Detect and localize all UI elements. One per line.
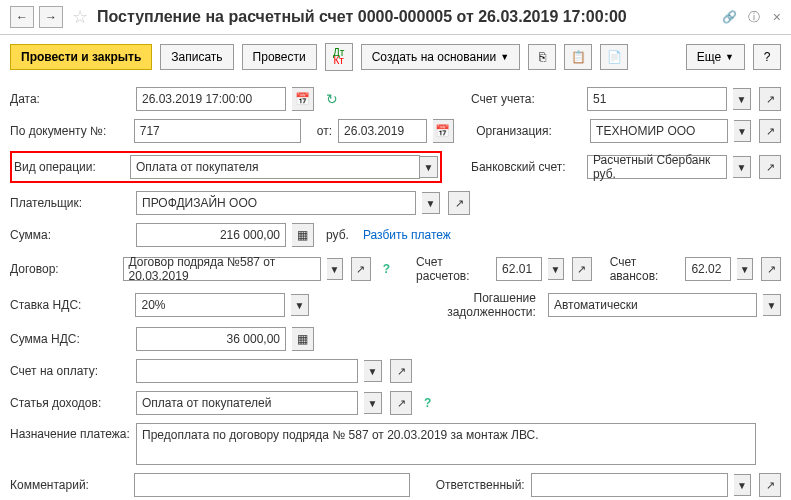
vatsum-input[interactable]: 36 000,00 [136,327,286,351]
split-payment-link[interactable]: Разбить платеж [363,228,451,242]
settle-label: Счет расчетов: [416,255,490,283]
responsible-dropdown[interactable]: ▼ [734,474,752,496]
link-icon[interactable]: 🔗 [722,10,737,24]
debtrepay-input[interactable]: Автоматически [548,293,757,317]
settle-open[interactable]: ↗ [572,257,592,281]
payer-open[interactable]: ↗ [448,191,470,215]
tool2-button[interactable]: 📋 [564,44,592,70]
vatsum-label: Сумма НДС: [10,332,130,346]
responsible-input[interactable] [531,473,728,497]
back-button[interactable]: ← [10,6,34,28]
org-input[interactable]: ТЕХНОМИР ООО [590,119,728,143]
page-title: Поступление на расчетный счет 0000-00000… [97,8,714,26]
account-open[interactable]: ↗ [759,87,781,111]
org-open[interactable]: ↗ [759,119,781,143]
tool1-button[interactable]: ⎘ [528,44,556,70]
calendar-icon[interactable]: 📅 [292,87,314,111]
optype-dropdown[interactable]: ▼ [420,156,438,178]
vatrate-input[interactable]: 20% [135,293,284,317]
payer-dropdown[interactable]: ▼ [422,192,440,214]
sum-label: Сумма: [10,228,130,242]
org-label: Организация: [476,124,584,138]
purpose-input[interactable]: Предоплата по договору подряда № 587 от … [136,423,756,465]
sum-input[interactable]: 216 000,00 [136,223,286,247]
optype-label: Вид операции: [14,160,130,174]
forward-button[interactable]: → [39,6,63,28]
responsible-open[interactable]: ↗ [759,473,781,497]
vatsum-calc-icon[interactable]: ▦ [292,327,314,351]
dtkt-button[interactable]: ДтКт [325,43,353,71]
income-help[interactable]: ? [424,396,431,410]
purpose-label: Назначение платежа: [10,423,130,441]
sum-calc-icon[interactable]: ▦ [292,223,314,247]
responsible-label: Ответственный: [436,478,525,492]
income-open[interactable]: ↗ [390,391,412,415]
debtrepay-label: Погашение задолженности: [436,291,536,319]
date-label: Дата: [10,92,130,106]
comment-label: Комментарий: [10,478,128,492]
docdate-input[interactable]: 26.03.2019 [338,119,427,143]
advance-label: Счет авансов: [610,255,680,283]
contract-help[interactable]: ? [383,262,390,276]
reload-icon[interactable]: ↻ [326,91,338,107]
docno-label: По документу №: [10,124,128,138]
vatrate-dropdown[interactable]: ▼ [291,294,309,316]
create-based-button[interactable]: Создать на основании ▼ [361,44,520,70]
settle-dropdown[interactable]: ▼ [548,258,564,280]
bankacct-label: Банковский счет: [471,160,581,174]
tool3-button[interactable]: 📄 [600,44,628,70]
bankacct-dropdown[interactable]: ▼ [733,156,751,178]
advance-dropdown[interactable]: ▼ [737,258,753,280]
more-button[interactable]: Еще ▼ [686,44,745,70]
comment-input[interactable] [134,473,410,497]
bankacct-input[interactable]: Расчетный Сбербанк руб. [587,155,727,179]
submit-close-button[interactable]: Провести и закрыть [10,44,152,70]
docno-input[interactable]: 717 [134,119,301,143]
invoice-open[interactable]: ↗ [390,359,412,383]
submit-button[interactable]: Провести [242,44,317,70]
settle-input[interactable]: 62.01 [496,257,542,281]
contract-open[interactable]: ↗ [351,257,371,281]
close-icon[interactable]: × [773,9,781,25]
account-dropdown[interactable]: ▼ [733,88,751,110]
star-icon[interactable]: ☆ [72,6,88,28]
contract-input[interactable]: Договор подряда №587 от 20.03.2019 [123,257,321,281]
date-input[interactable]: 26.03.2019 17:00:00 [136,87,286,111]
contract-label: Договор: [10,262,117,276]
from-label: от: [317,124,332,138]
income-input[interactable]: Оплата от покупателей [136,391,358,415]
bankacct-open[interactable]: ↗ [759,155,781,179]
income-dropdown[interactable]: ▼ [364,392,382,414]
debtrepay-dropdown[interactable]: ▼ [763,294,781,316]
optype-input[interactable]: Оплата от покупателя [130,155,420,179]
account-label: Счет учета: [471,92,581,106]
invoice-label: Счет на оплату: [10,364,130,378]
attach-icon[interactable]: ⓘ [748,9,760,26]
rub-label: руб. [326,228,349,242]
org-dropdown[interactable]: ▼ [734,120,752,142]
docdate-calendar-icon[interactable]: 📅 [433,119,455,143]
invoice-dropdown[interactable]: ▼ [364,360,382,382]
invoice-input[interactable] [136,359,358,383]
account-input[interactable]: 51 [587,87,727,111]
contract-dropdown[interactable]: ▼ [327,258,343,280]
vatrate-label: Ставка НДС: [10,298,129,312]
payer-label: Плательщик: [10,196,130,210]
help-button[interactable]: ? [753,44,781,70]
save-button[interactable]: Записать [160,44,233,70]
income-label: Статья доходов: [10,396,130,410]
advance-open[interactable]: ↗ [761,257,781,281]
payer-input[interactable]: ПРОФДИЗАЙН ООО [136,191,416,215]
advance-input[interactable]: 62.02 [685,257,731,281]
